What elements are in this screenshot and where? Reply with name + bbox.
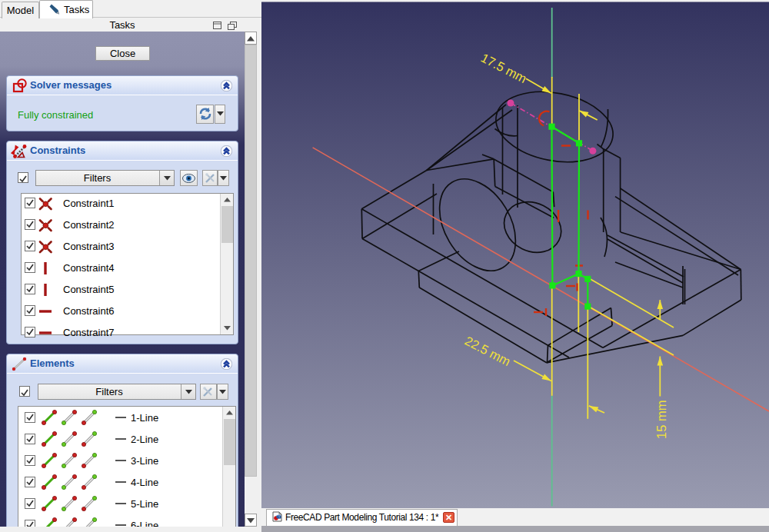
svg-text:17.5 mm: 17.5 mm bbox=[479, 51, 529, 86]
svg-text:15 mm: 15 mm bbox=[654, 401, 668, 439]
